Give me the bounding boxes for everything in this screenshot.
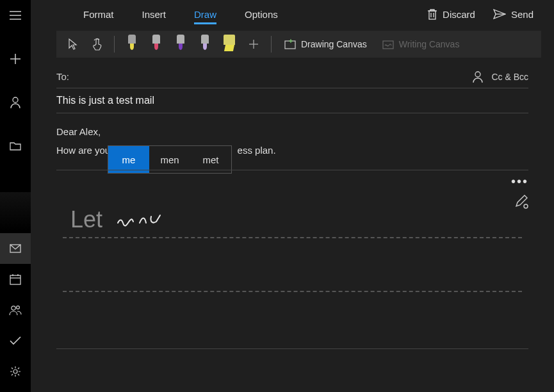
ime-suggestion-1[interactable]: me <box>108 146 149 173</box>
pen-2[interactable] <box>151 35 162 54</box>
send-button[interactable]: Send <box>484 9 542 20</box>
tab-bar: Format Insert Draw Options Discard Send <box>31 0 554 28</box>
subject-input[interactable]: This is just a test mail <box>56 95 528 113</box>
main-panel: Format Insert Draw Options Discard Send <box>31 0 554 392</box>
handwriting-line-1[interactable]: Let <box>63 184 522 238</box>
send-label: Send <box>511 9 534 20</box>
hw-ink-stroke <box>115 206 167 232</box>
send-icon <box>493 9 506 19</box>
svg-rect-24 <box>383 41 393 49</box>
cursor-tool[interactable] <box>61 33 83 55</box>
svg-rect-7 <box>10 275 20 284</box>
svg-point-25 <box>475 72 480 77</box>
svg-point-5 <box>13 97 18 102</box>
svg-rect-21 <box>285 41 295 49</box>
svg-point-11 <box>12 306 15 310</box>
person-icon[interactable] <box>0 87 31 118</box>
message-body[interactable]: Dear Alex, How are you ess plan. me men … <box>56 126 528 156</box>
add-pen-button[interactable] <box>243 33 265 55</box>
trash-icon <box>427 8 437 20</box>
ime-suggestion-3[interactable]: met <box>190 146 231 173</box>
sidebar <box>0 0 31 392</box>
people-icon[interactable] <box>0 295 31 325</box>
todo-icon[interactable] <box>0 325 31 356</box>
svg-rect-14 <box>429 11 436 19</box>
discard-button[interactable]: Discard <box>418 8 484 20</box>
add-icon[interactable] <box>0 44 31 74</box>
tab-insert[interactable]: Insert <box>128 0 181 28</box>
tab-format[interactable]: Format <box>69 0 128 28</box>
hw-recognized-text: Let <box>70 206 102 233</box>
discard-label: Discard <box>443 9 475 20</box>
drawing-canvas-button[interactable]: Drawing Canvas <box>278 33 373 55</box>
folder-icon[interactable] <box>0 131 31 161</box>
to-label: To: <box>56 71 69 82</box>
to-row: To: Cc & Bcc <box>56 65 528 88</box>
tab-draw[interactable]: Draw <box>180 0 231 28</box>
handwriting-line-2[interactable] <box>63 238 522 292</box>
drawing-canvas-label: Drawing Canvas <box>301 39 367 49</box>
menu-icon[interactable] <box>0 0 31 31</box>
writing-canvas-icon <box>382 39 394 49</box>
pen-5-highlighter[interactable] <box>224 35 235 54</box>
cc-bcc-button[interactable]: Cc & Bcc <box>491 72 528 82</box>
handwriting-panel: ••• Let <box>56 170 528 349</box>
settings-icon[interactable] <box>0 356 31 387</box>
body-line-1: Dear Alex, <box>56 126 528 137</box>
handwriting-line-3[interactable] <box>63 292 522 346</box>
writing-canvas-label: Writing Canvas <box>399 39 460 49</box>
svg-point-26 <box>524 204 528 208</box>
contacts-icon[interactable] <box>472 70 484 83</box>
ime-suggestion-2[interactable]: men <box>149 146 190 173</box>
svg-point-12 <box>17 306 20 309</box>
writing-canvas-button: Writing Canvas <box>376 33 466 55</box>
mail-icon[interactable] <box>0 233 31 264</box>
tab-options[interactable]: Options <box>231 0 292 28</box>
calendar-icon[interactable] <box>0 264 31 295</box>
pen-1-marker[interactable] <box>126 35 138 54</box>
pen-3[interactable] <box>175 35 186 54</box>
pen-4[interactable] <box>199 35 211 54</box>
touch-draw-tool[interactable] <box>86 33 108 55</box>
draw-toolbar: Drawing Canvas Writing Canvas <box>56 31 541 58</box>
drawing-canvas-icon <box>284 39 296 49</box>
svg-point-13 <box>13 370 17 373</box>
